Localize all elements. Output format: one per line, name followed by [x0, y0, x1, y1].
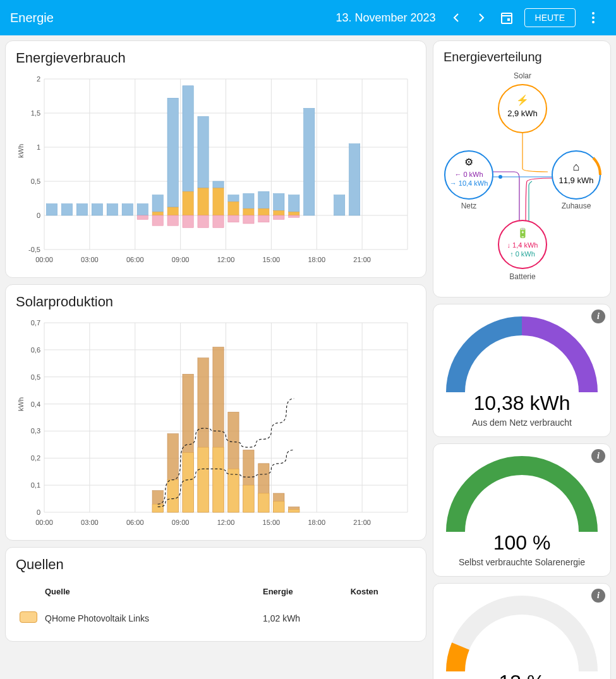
svg-text:-0,5: -0,5: [28, 246, 40, 253]
svg-rect-67: [274, 193, 284, 210]
svg-text:1: 1: [37, 143, 40, 151]
svg-text:12:00: 12:00: [217, 256, 235, 263]
svg-rect-54: [198, 215, 208, 227]
svg-rect-59: [228, 201, 239, 215]
svg-text:1,5: 1,5: [31, 109, 40, 117]
svg-rect-36: [61, 204, 72, 215]
info-icon[interactable]: i: [591, 309, 605, 323]
self-consumed-gauge-card: i 100 % Selbst verbrauchte Solarenergie: [433, 443, 611, 577]
svg-rect-51: [183, 215, 193, 227]
svg-rect-58: [228, 195, 239, 202]
color-swatch-icon: [20, 611, 37, 623]
battery-icon: 🔋: [517, 227, 529, 239]
svg-rect-57: [213, 215, 224, 227]
source-cost: [347, 604, 416, 632]
svg-text:03:00: 03:00: [81, 256, 99, 263]
grid-consumption-gauge-card: i 10,38 kWh Aus dem Netz verbraucht: [433, 304, 611, 437]
source-energy: 1,02 kWh: [259, 604, 347, 632]
svg-text:0,6: 0,6: [31, 346, 40, 354]
svg-rect-37: [76, 204, 87, 215]
svg-rect-43: [152, 195, 163, 212]
sources-title: Quellen: [16, 556, 416, 573]
svg-rect-1: [507, 18, 510, 21]
col-energy[interactable]: Energie: [259, 579, 347, 604]
svg-rect-65: [258, 208, 269, 215]
next-day-button[interactable]: [469, 5, 494, 30]
menu-button[interactable]: [581, 5, 606, 30]
svg-rect-47: [167, 207, 178, 215]
svg-rect-0: [502, 13, 512, 23]
col-cost[interactable]: Kosten: [347, 579, 416, 604]
svg-point-129: [498, 175, 502, 179]
svg-rect-68: [274, 210, 284, 215]
solar-value: 2,9 kWh: [507, 109, 538, 118]
svg-text:2: 2: [37, 75, 40, 83]
gauge-value: 10,38 kWh: [444, 392, 600, 415]
consumption-title: Energieverbrauch: [16, 50, 416, 66]
info-icon[interactable]: i: [591, 589, 605, 603]
svg-rect-70: [289, 195, 299, 212]
svg-rect-66: [258, 215, 269, 222]
svg-text:0,2: 0,2: [31, 454, 40, 462]
gauge-grid: [446, 313, 598, 395]
home-value: 11,9 kWh: [559, 176, 594, 185]
table-row[interactable]: QHome Photovoltaik Links 1,02 kWh: [16, 604, 416, 632]
svg-text:21:00: 21:00: [353, 256, 371, 263]
svg-rect-62: [243, 208, 254, 215]
svg-rect-63: [243, 215, 254, 224]
svg-rect-110: [152, 504, 163, 512]
app-header: Energie 13. November 2023 HEUTE: [0, 0, 616, 35]
info-icon[interactable]: i: [591, 449, 605, 463]
col-source[interactable]: Quelle: [41, 579, 259, 604]
svg-rect-50: [183, 191, 193, 215]
svg-point-3: [592, 12, 595, 15]
distribution-title: Energieverteilung: [444, 50, 600, 64]
svg-text:21:00: 21:00: [353, 519, 371, 526]
self-sufficiency-gauge-card: i 13 % Selbstversorgung: [433, 583, 611, 679]
svg-rect-116: [198, 447, 208, 512]
current-date: 13. November 2023: [335, 11, 435, 25]
svg-rect-61: [243, 193, 254, 208]
svg-rect-45: [152, 215, 163, 225]
svg-rect-44: [152, 212, 163, 215]
svg-text:0,1: 0,1: [31, 481, 40, 489]
production-card: Solarproduktion kWh 00,10,20,30,40,50,60…: [5, 284, 426, 541]
svg-rect-73: [304, 108, 315, 215]
energy-flow-diagram[interactable]: Solar ⚡ 2,9 kWh ⚙ ← 0 kWh → 10,4 kWh Net…: [444, 71, 601, 285]
grid-label: Netz: [461, 201, 477, 210]
svg-text:18:00: 18:00: [308, 519, 325, 526]
svg-text:18:00: 18:00: [308, 256, 325, 263]
svg-point-5: [592, 21, 595, 23]
production-chart[interactable]: kWh 00,10,20,30,40,50,60,700:0003:0006:0…: [16, 316, 416, 531]
svg-rect-60: [228, 215, 239, 222]
svg-rect-128: [289, 510, 299, 512]
calendar-button[interactable]: [494, 5, 519, 30]
source-name: QHome Photovoltaik Links: [41, 604, 259, 632]
battery-label: Batterie: [509, 272, 536, 281]
prev-day-button[interactable]: [444, 5, 469, 30]
svg-text:15:00: 15:00: [263, 256, 281, 263]
gauge-value: 13 %: [444, 671, 600, 679]
page-title: Energie: [10, 11, 335, 25]
svg-text:12:00: 12:00: [217, 519, 235, 526]
svg-point-4: [592, 16, 595, 19]
production-title: Solarproduktion: [16, 294, 416, 310]
svg-rect-39: [107, 204, 118, 215]
battery-up: ↑ 0 kWh: [510, 250, 535, 258]
svg-rect-53: [198, 188, 208, 215]
svg-text:0,4: 0,4: [31, 400, 40, 408]
svg-rect-55: [213, 181, 224, 188]
svg-rect-75: [349, 144, 360, 215]
solar-label: Solar: [514, 71, 531, 80]
battery-down: ↓ 1,4 kWh: [507, 241, 538, 249]
svg-rect-71: [289, 212, 299, 215]
svg-rect-46: [167, 98, 178, 207]
today-button[interactable]: HEUTE: [524, 8, 576, 27]
gauge-self: [446, 592, 598, 675]
svg-text:00:00: 00:00: [35, 519, 53, 526]
y-axis-label: kWh: [17, 397, 25, 411]
svg-text:09:00: 09:00: [172, 519, 190, 526]
consumption-chart[interactable]: kWh -0,500,511,5200:0003:0006:0009:0012:…: [16, 73, 416, 268]
svg-rect-38: [92, 204, 102, 215]
svg-rect-114: [183, 453, 193, 512]
